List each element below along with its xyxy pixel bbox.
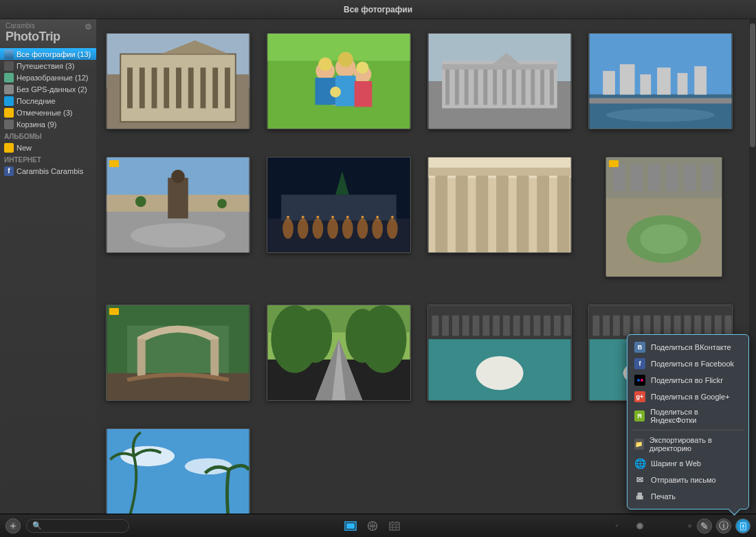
photo-thumbnail[interactable] bbox=[106, 33, 250, 129]
svg-point-114 bbox=[346, 309, 379, 363]
view-calendar-button[interactable] bbox=[388, 520, 401, 532]
share-menu-item-vk[interactable]: BПоделиться ВКонтакте bbox=[627, 339, 748, 355]
photo-thumbnail[interactable] bbox=[267, 157, 411, 253]
share-menu-label: Поделиться в Facebook bbox=[651, 360, 734, 368]
svg-point-78 bbox=[342, 219, 353, 239]
photo-thumbnail[interactable] bbox=[605, 157, 722, 277]
photo-thumbnail[interactable] bbox=[588, 33, 733, 129]
share-menu-item-mail[interactable]: ✉Отправить письмо bbox=[627, 472, 748, 488]
svg-point-25 bbox=[357, 61, 369, 74]
svg-rect-84 bbox=[435, 171, 447, 252]
sidebar-item-trash[interactable]: Корзина (9) bbox=[0, 118, 96, 130]
sidebar-item-unsorted[interactable]: Неразобранные (12) bbox=[0, 72, 96, 83]
zoom-in-icon[interactable]: ▫ bbox=[688, 520, 691, 531]
svg-rect-33 bbox=[474, 67, 478, 105]
svg-rect-8 bbox=[176, 67, 181, 108]
svg-rect-97 bbox=[631, 164, 643, 192]
svg-rect-106 bbox=[210, 339, 219, 376]
svg-rect-122 bbox=[482, 316, 489, 336]
zoom-slider[interactable]: ▫ ▫ bbox=[616, 520, 691, 531]
svg-rect-143 bbox=[674, 316, 681, 336]
photo-thumbnail[interactable] bbox=[106, 305, 250, 401]
svg-point-132 bbox=[478, 363, 494, 377]
svg-rect-39 bbox=[531, 67, 535, 105]
svg-rect-135 bbox=[592, 316, 599, 336]
svg-rect-87 bbox=[496, 171, 509, 252]
share-menu-item-web[interactable]: 🌐Шаринг в Web bbox=[627, 455, 748, 472]
share-menu-item-print[interactable]: 🖶Печать bbox=[627, 488, 748, 505]
search-input[interactable]: 🔍 bbox=[26, 519, 129, 533]
svg-point-60 bbox=[135, 196, 146, 207]
sidebar-item-album[interactable]: New bbox=[0, 142, 96, 153]
svg-rect-139 bbox=[634, 316, 641, 336]
logo-supertitle: Carambis bbox=[5, 22, 91, 30]
view-grid-button[interactable] bbox=[344, 520, 357, 532]
share-menu-item-gplus[interactable]: g+Поделиться в Google+ bbox=[627, 388, 748, 405]
search-icon: 🔍 bbox=[32, 521, 42, 530]
albums-header: АЛЬБОМЫ bbox=[0, 130, 96, 142]
svg-rect-7 bbox=[164, 67, 169, 108]
scrollbar[interactable] bbox=[749, 19, 756, 514]
edit-button[interactable]: ✎ bbox=[697, 518, 712, 534]
recent-icon bbox=[4, 96, 14, 106]
svg-rect-119 bbox=[452, 316, 459, 336]
sidebar-item-label: Путешествия (3) bbox=[16, 62, 92, 70]
svg-rect-4 bbox=[127, 67, 133, 108]
svg-rect-6 bbox=[152, 67, 157, 108]
photo-thumbnail[interactable] bbox=[427, 157, 572, 253]
svg-rect-157 bbox=[390, 523, 399, 530]
svg-rect-91 bbox=[429, 168, 571, 176]
svg-point-68 bbox=[316, 216, 319, 219]
view-globe-button[interactable] bbox=[366, 520, 379, 532]
bottom-toolbar: ＋ 🔍 ▫ ▫ ✎ ⓘ ⍐ bbox=[0, 514, 756, 537]
svg-rect-140 bbox=[643, 316, 650, 336]
web-icon: 🌐 bbox=[634, 458, 645, 469]
svg-rect-40 bbox=[540, 67, 544, 105]
svg-rect-88 bbox=[517, 171, 529, 252]
svg-rect-41 bbox=[550, 67, 554, 105]
sidebar-item-flagged[interactable]: Отмеченные (3) bbox=[0, 107, 96, 118]
zoom-out-icon[interactable]: ▫ bbox=[616, 522, 619, 529]
sidebar-item-recent[interactable]: Последние bbox=[0, 95, 96, 107]
svg-point-24 bbox=[338, 52, 353, 67]
svg-rect-127 bbox=[533, 316, 540, 336]
photo-thumbnail[interactable] bbox=[267, 305, 411, 401]
svg-rect-47 bbox=[603, 71, 615, 95]
svg-rect-57 bbox=[168, 178, 188, 219]
share-button[interactable]: ⍐ bbox=[735, 518, 751, 534]
photo-thumbnail[interactable] bbox=[106, 428, 250, 514]
zoom-knob[interactable] bbox=[636, 522, 644, 530]
scrollbar-thumb[interactable] bbox=[750, 23, 755, 147]
share-menu-item-yandex[interactable]: ЯПоделиться в ЯндексФотки bbox=[627, 405, 748, 427]
add-button[interactable]: ＋ bbox=[5, 518, 21, 534]
unsorted-icon bbox=[4, 73, 14, 83]
sidebar-item-travel[interactable]: Путешествия (3) bbox=[0, 60, 96, 72]
zoom-track[interactable] bbox=[622, 525, 684, 527]
share-menu-item-flickr[interactable]: Поделиться во Flickr bbox=[627, 372, 748, 388]
logo-title: PhotoTrip bbox=[5, 30, 91, 44]
sidebar-item-label: New bbox=[16, 144, 92, 152]
sidebar-item-label: Без GPS-данных (2) bbox=[16, 85, 92, 94]
app-logo: Carambis PhotoTrip ⚙ bbox=[0, 19, 96, 48]
photo-thumbnail[interactable] bbox=[267, 33, 411, 129]
photo-thumbnail[interactable] bbox=[106, 157, 250, 253]
svg-rect-146 bbox=[704, 316, 711, 336]
sidebar-item-nogps[interactable]: Без GPS-данных (2) bbox=[0, 83, 96, 95]
svg-rect-30 bbox=[445, 67, 449, 105]
share-menu-item-fb2[interactable]: fПоделиться в Facebook bbox=[627, 355, 748, 372]
info-button[interactable]: ⓘ bbox=[716, 518, 731, 534]
svg-point-53 bbox=[606, 108, 715, 122]
sidebar-item-allphotos[interactable]: Все фотографии (13) bbox=[0, 48, 96, 60]
share-menu-label: Поделиться в Google+ bbox=[651, 393, 730, 401]
svg-rect-34 bbox=[483, 67, 487, 105]
svg-rect-98 bbox=[648, 164, 660, 192]
svg-rect-141 bbox=[654, 316, 660, 336]
photo-thumbnail[interactable] bbox=[427, 305, 572, 401]
sidebar-item-label: Carambis Carambis bbox=[16, 167, 92, 175]
sidebar-item-fb[interactable]: fCarambis Carambis bbox=[0, 165, 96, 177]
share-menu-item-folder[interactable]: 📁Экспортировать в директорию bbox=[627, 433, 748, 455]
settings-icon[interactable]: ⚙ bbox=[85, 22, 92, 32]
svg-rect-128 bbox=[544, 316, 551, 336]
photo-thumbnail[interactable] bbox=[427, 33, 572, 129]
svg-point-71 bbox=[362, 216, 364, 219]
